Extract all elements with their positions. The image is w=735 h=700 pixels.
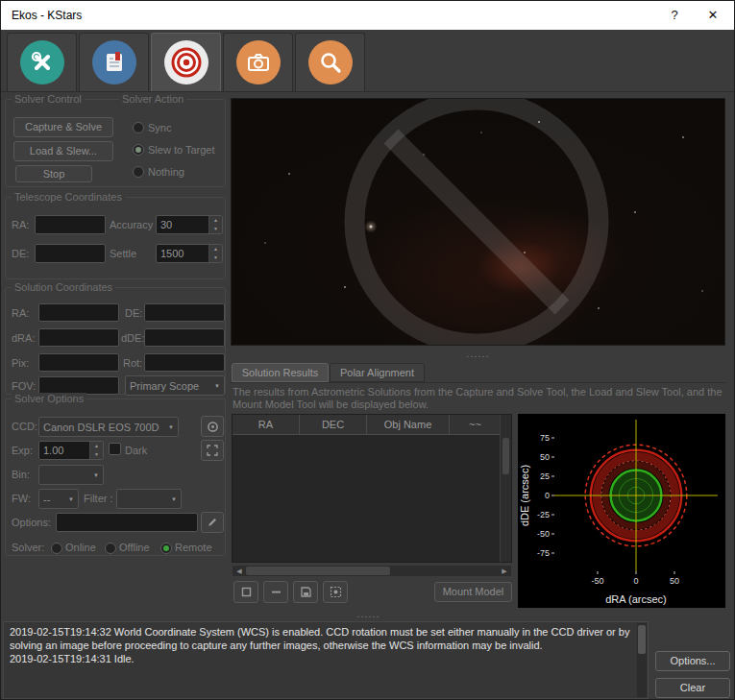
save-icon	[300, 586, 312, 598]
chevron-down-icon: ▼	[164, 424, 178, 430]
titlebar: Ekos - KStars ? ✕	[1, 1, 734, 30]
chevron-down-icon: ▼	[167, 496, 181, 502]
log-vertical-scrollbar[interactable]	[637, 623, 647, 697]
magnifier-icon	[308, 40, 353, 84]
sync-radio[interactable]	[133, 122, 144, 133]
ccd-select[interactable]: Canon DSLR EOS 700D ▼	[38, 417, 179, 437]
slew-to-target-radio[interactable]	[133, 144, 144, 156]
settle-spin-arrows[interactable]: ▲▼	[208, 245, 222, 262]
svg-text:-25: -25	[537, 510, 550, 519]
fw-selected-value: --	[39, 494, 64, 505]
tab-solution-results[interactable]: Solution Results	[232, 363, 329, 382]
filter-select[interactable]: ▼	[116, 489, 182, 509]
spin-up-icon[interactable]: ▲	[209, 216, 222, 225]
tab-align[interactable]	[151, 33, 221, 91]
tab-scheduler[interactable]	[79, 33, 149, 91]
ccd-label: CCD:	[12, 421, 37, 432]
target-icon	[164, 40, 208, 84]
remove-solution-button[interactable]	[263, 581, 288, 603]
mount-model-button[interactable]: Mount Model	[434, 582, 512, 602]
solver-online-radio[interactable]	[51, 543, 62, 554]
table-vertical-scrollbar[interactable]	[500, 415, 511, 562]
spin-down-icon[interactable]: ▼	[90, 450, 103, 459]
exposure-value: 1.00	[39, 442, 89, 459]
solution-fov-label: FOV:	[12, 380, 36, 392]
col-header-ra[interactable]: RA	[233, 415, 300, 435]
auto-scale-graph-button[interactable]	[323, 581, 348, 603]
solution-pix-label: Pix:	[12, 357, 29, 369]
svg-text:25: 25	[540, 471, 550, 481]
exposure-spinbox[interactable]: 1.00 ▲▼	[38, 441, 104, 460]
accuracy-value: 30	[157, 216, 208, 233]
solution-rot-label: Rot:	[123, 357, 142, 369]
scrollbar-thumb[interactable]	[638, 625, 646, 654]
clear-log-button[interactable]: Clear	[655, 678, 730, 698]
col-header-objname[interactable]: Obj Name	[367, 415, 450, 435]
solution-ra-field	[38, 303, 119, 322]
scope-selected-value: Primary Scope	[126, 380, 210, 392]
col-header-dec[interactable]: DEC	[300, 415, 367, 435]
spin-up-icon[interactable]: ▲	[90, 442, 103, 450]
clear-solutions-button[interactable]	[233, 581, 258, 603]
tab-focus[interactable]	[295, 33, 365, 91]
bin-select[interactable]: ▼	[38, 465, 104, 485]
help-button[interactable]: ?	[655, 1, 694, 30]
scrollbar-thumb[interactable]	[246, 567, 390, 575]
svg-text:-50: -50	[537, 529, 550, 539]
edit-options-button[interactable]	[201, 512, 224, 533]
chevron-down-icon: ▼	[89, 472, 103, 478]
notebook-icon	[92, 40, 136, 84]
solver-remote-label: Remote	[175, 542, 212, 553]
tab-polar-alignment[interactable]: Polar Alignment	[330, 363, 425, 382]
solver-control-group: Solver Control Solver Action Capture & S…	[5, 99, 226, 187]
ekos-window: Ekos - KStars ? ✕	[0, 0, 735, 700]
solver-offline-radio[interactable]	[105, 543, 116, 554]
ccd-liveview-button[interactable]	[201, 416, 224, 437]
options-button[interactable]: Options...	[655, 651, 730, 671]
solution-dra-field	[38, 328, 119, 347]
dark-checkbox[interactable]	[109, 443, 121, 455]
fw-label: FW:	[12, 493, 31, 504]
accuracy-spin-arrows[interactable]: ▲▼	[208, 216, 222, 233]
solution-pix-field	[38, 353, 119, 372]
telescope-de-input[interactable]	[35, 244, 106, 263]
scroll-right-icon[interactable]: ▶	[498, 567, 511, 575]
capture-solve-button[interactable]: Capture & Solve	[13, 117, 113, 137]
accuracy-spinbox[interactable]: 30 ▲▼	[156, 215, 223, 234]
exposure-spin-arrows[interactable]: ▲▼	[89, 442, 103, 459]
chevron-down-icon: ▼	[64, 496, 78, 502]
close-button[interactable]: ✕	[694, 1, 732, 30]
solution-dra-label: dRA:	[12, 332, 35, 344]
slew-to-target-radio-label: Slew to Target	[148, 144, 215, 156]
scrollbar-thumb[interactable]	[502, 438, 509, 474]
tab-setup[interactable]	[7, 33, 77, 91]
solution-ra-label: RA:	[12, 307, 29, 319]
tab-capture[interactable]	[223, 33, 293, 91]
scope-select[interactable]: Primary Scope ▼	[125, 375, 225, 396]
solver-options-title: Solver Options	[12, 393, 86, 404]
load-slew-button[interactable]: Load & Slew...	[13, 141, 113, 161]
solution-coordinates-title: Solution Coordinates	[12, 281, 115, 293]
spin-up-icon[interactable]: ▲	[209, 245, 222, 253]
solutions-table-header: RA DEC Obj Name ~~	[233, 415, 511, 435]
fw-select[interactable]: -- ▼	[38, 489, 79, 509]
telescope-ra-input[interactable]	[35, 215, 106, 234]
nothing-radio[interactable]	[133, 166, 144, 178]
fov-edit-button[interactable]	[201, 440, 224, 461]
scroll-left-icon[interactable]: ◀	[233, 567, 246, 575]
solver-remote-radio[interactable]	[160, 543, 172, 554]
export-solutions-button[interactable]	[293, 581, 318, 603]
col-header-extra[interactable]: ~~	[450, 415, 502, 435]
stop-button[interactable]: Stop	[15, 165, 92, 182]
window-title: Ekos - KStars	[12, 9, 82, 22]
ccd-selected-value: Canon DSLR EOS 700D	[39, 422, 164, 433]
spin-down-icon[interactable]: ▼	[209, 225, 222, 233]
vertical-splitter-handle[interactable]: ......	[230, 348, 726, 360]
solver-options-input[interactable]	[56, 513, 198, 532]
solution-rot-field	[144, 353, 225, 372]
log-splitter-handle[interactable]: ......	[1, 608, 735, 620]
auto-scale-icon	[330, 586, 342, 598]
table-horizontal-scrollbar[interactable]: ◀ ▶	[232, 565, 512, 577]
settle-spinbox[interactable]: 1500 ▲▼	[156, 244, 223, 263]
spin-down-icon[interactable]: ▼	[209, 253, 222, 262]
